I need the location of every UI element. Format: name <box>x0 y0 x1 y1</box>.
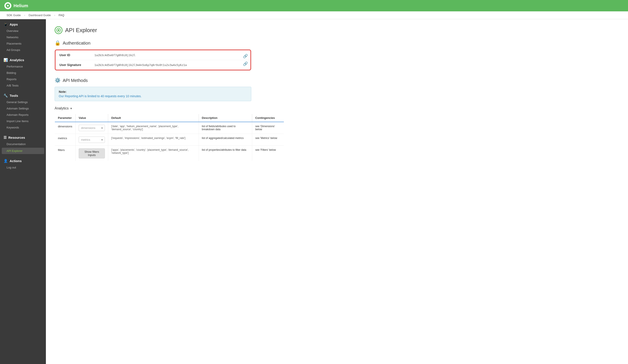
table-row-dimensions: dimensions dimensions ['date', 'app', 'h… <box>55 122 284 134</box>
sidebar-item-adomain-reports[interactable]: Adomain Reports <box>0 112 46 118</box>
sidebar-item-performance[interactable]: Performance <box>0 63 46 70</box>
sidebar-section-resources-label: Resources <box>8 136 25 139</box>
sidebar-item-adomain-settings[interactable]: Adomain Settings <box>0 105 46 112</box>
logo-text: Helium <box>13 3 28 8</box>
sidebar-item-overview[interactable]: Overview <box>0 28 46 34</box>
topbar: Helium <box>0 0 628 11</box>
value-metrics: metrics <box>76 134 108 146</box>
authentication-header: 🔒 Authentication <box>55 40 619 46</box>
svg-point-2 <box>58 29 59 31</box>
logo-icon <box>4 2 11 9</box>
user-id-link-icon[interactable]: 🔗 <box>243 54 248 59</box>
table-row-metrics: metrics metrics ['requests', 'impression… <box>55 134 284 146</box>
breadcrumb-separator-1: › <box>24 13 25 17</box>
note-text: Our Reporting API is limited to 40 reque… <box>59 94 247 98</box>
sidebar-section-apps-label: Apps <box>10 22 18 26</box>
metrics-select[interactable]: metrics <box>79 137 105 143</box>
desc-metrics: list of aggregated/calculated metrics <box>199 134 252 146</box>
api-explorer-icon <box>55 26 63 34</box>
sidebar-section-tools-label: Tools <box>10 94 18 97</box>
analytics-dropdown-header[interactable]: Analytics ▾ <box>55 106 619 110</box>
main-content: API Explorer 🔒 Authentication User ID 1a… <box>46 19 628 364</box>
col-parameter: Parameter <box>55 114 76 122</box>
api-methods-title: API Methods <box>63 78 88 83</box>
sidebar: 📱 Apps Overview Networks Placements Ad G… <box>0 19 46 364</box>
note-box: Note: Our Reporting API is limited to 40… <box>55 87 251 101</box>
auth-card: User ID 1a2b3c4d5e6f7g8h9i0j1k2l User Si… <box>55 50 251 70</box>
api-methods-header: ⚙️ API Methods <box>55 77 619 83</box>
sidebar-item-documentation[interactable]: Documentation <box>0 141 46 147</box>
lock-icon: 🔒 <box>55 40 61 46</box>
analytics-icon: 📊 <box>3 58 8 62</box>
tools-icon: 🔧 <box>3 93 8 98</box>
sidebar-item-import-line-items[interactable]: Import Line Items <box>0 118 46 124</box>
default-metrics: ['requests', 'impressions', 'estimated_e… <box>108 134 199 146</box>
page-title: API Explorer <box>65 27 97 34</box>
cont-filters: see 'Filters' below <box>252 146 284 161</box>
user-signature-value: 1a2b3c4d5e6f7g8h9i0j1k2l3m4n5o6p7q8r9s0t… <box>94 63 246 67</box>
breadcrumb-item-2[interactable]: Dashboard Guide <box>29 13 51 17</box>
resources-icon: ☰ <box>3 136 6 140</box>
default-dimensions: ['date', 'app', 'helium_placement_name',… <box>108 122 199 134</box>
user-signature-row: User Signature 1a2b3c4d5e6f7g8h9i0j1k2l3… <box>56 60 250 70</box>
sidebar-section-analytics-label: Analytics <box>10 58 24 62</box>
param-dimensions: dimensions <box>55 122 76 134</box>
col-value: Value <box>76 114 108 122</box>
sidebar-item-api-explorer[interactable]: API Explorer <box>2 148 44 154</box>
breadcrumb: SDK Guide › Dashboard Guide › FAQ <box>0 11 628 19</box>
param-metrics: metrics <box>55 134 76 146</box>
dimensions-select[interactable]: dimensions <box>79 125 105 131</box>
analytics-chevron-icon: ▾ <box>70 107 72 110</box>
col-contingencies: Contingencies <box>252 114 284 122</box>
cont-dimensions: see 'Dimensions' below <box>252 122 284 134</box>
user-signature-link-icon[interactable]: 🔗 <box>243 61 248 66</box>
page-title-row: API Explorer <box>55 26 619 34</box>
user-id-label: User ID <box>59 53 94 57</box>
authentication-title: Authentication <box>63 41 90 46</box>
show-filters-button[interactable]: Show filters Inputs <box>79 148 105 158</box>
sidebar-item-placements[interactable]: Placements <box>0 40 46 47</box>
sidebar-item-networks[interactable]: Networks <box>0 34 46 40</box>
user-signature-label: User Signature <box>59 63 94 67</box>
breadcrumb-item-1[interactable]: SDK Guide <box>6 13 21 17</box>
sidebar-section-actions[interactable]: 👤 Actions <box>0 156 46 164</box>
desc-filters: list of properties/attributes to filter … <box>199 146 252 161</box>
sidebar-item-ad-groups[interactable]: Ad Groups <box>0 47 46 53</box>
sidebar-section-actions-label: Actions <box>10 159 22 163</box>
col-description: Description <box>199 114 252 122</box>
sidebar-item-logout[interactable]: Log out <box>0 164 46 171</box>
sidebar-section-apps[interactable]: 📱 Apps <box>0 19 46 28</box>
breadcrumb-separator-2: › <box>54 13 55 17</box>
sidebar-item-keywords[interactable]: Keywords <box>0 124 46 131</box>
breadcrumb-item-3: FAQ <box>59 13 64 17</box>
cont-metrics: see 'Metrics' below <box>252 134 284 146</box>
table-row-filters: filters Show filters Inputs ['apps', 'pl… <box>55 146 284 161</box>
sidebar-item-bidding[interactable]: Bidding <box>0 70 46 76</box>
sidebar-section-resources[interactable]: ☰ Resources <box>0 132 46 141</box>
note-title: Note: <box>59 90 247 93</box>
value-filters: Show filters Inputs <box>76 146 108 161</box>
logo[interactable]: Helium <box>4 2 28 9</box>
sidebar-section-tools[interactable]: 🔧 Tools <box>0 90 46 99</box>
sidebar-item-general-settings[interactable]: General Settings <box>0 99 46 105</box>
value-dimensions: dimensions <box>76 122 108 134</box>
actions-icon: 👤 <box>3 159 8 163</box>
desc-dimensions: list of fields/attributes used to breakd… <box>199 122 252 134</box>
col-default: Default <box>108 114 199 122</box>
default-filters: ['apps', 'placements', 'country', 'place… <box>108 146 199 161</box>
api-table: Parameter Value Default Description Cont… <box>55 114 284 161</box>
analytics-label: Analytics <box>55 106 69 110</box>
apps-icon: 📱 <box>3 22 8 26</box>
param-filters: filters <box>55 146 76 161</box>
sidebar-item-reports[interactable]: Reports <box>0 76 46 82</box>
user-id-value: 1a2b3c4d5e6f7g8h9i0j1k2l <box>94 54 246 57</box>
sidebar-item-ab-tests[interactable]: A/B Tests <box>0 82 46 89</box>
gear-icon: ⚙️ <box>55 77 61 83</box>
sidebar-section-analytics[interactable]: 📊 Analytics <box>0 55 46 63</box>
user-id-row: User ID 1a2b3c4d5e6f7g8h9i0j1k2l <box>56 50 250 60</box>
